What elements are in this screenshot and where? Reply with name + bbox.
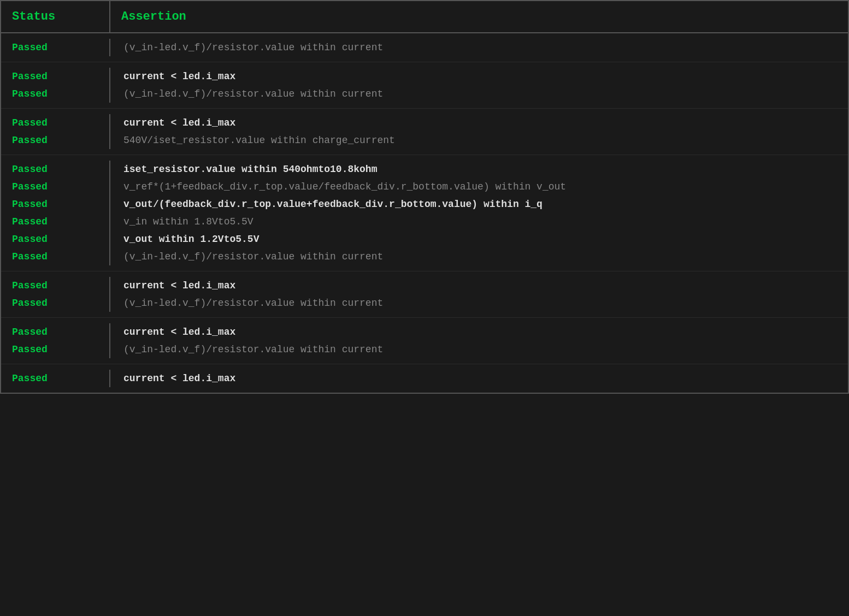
status-badge: Passed (12, 181, 48, 192)
assertion-text: v_ref*(1+feedback_div.r_top.value/feedba… (123, 181, 566, 192)
assertion-text: (v_in-led.v_f)/resistor.value within cur… (123, 298, 383, 309)
table-body: Passed(v_in-led.v_f)/resistor.value with… (1, 33, 848, 393)
status-badge: Passed (12, 117, 48, 128)
table-header: Status Assertion (1, 1, 848, 33)
status-cell: Passed (1, 132, 110, 149)
table-row: Passed(v_in-led.v_f)/resistor.value with… (1, 341, 848, 358)
table-row: Passedv_out/(feedback_div.r_top.value+fe… (1, 196, 848, 213)
assertion-text: current < led.i_max (123, 280, 235, 291)
status-cell: Passed (1, 341, 110, 358)
group-group7: Passedcurrent < led.i_max (1, 364, 848, 393)
group-group2: Passedcurrent < led.i_maxPassed(v_in-led… (1, 62, 848, 109)
assertion-header: Assertion (110, 1, 848, 32)
group-group6: Passedcurrent < led.i_maxPassed(v_in-led… (1, 318, 848, 364)
assertion-text: current < led.i_max (123, 327, 235, 337)
status-cell: Passed (1, 68, 110, 85)
table-row: Passedcurrent < led.i_max (1, 370, 848, 387)
assertion-cell: (v_in-led.v_f)/resistor.value within cur… (110, 39, 848, 56)
assertion-text: (v_in-led.v_f)/resistor.value within cur… (123, 88, 383, 99)
status-badge: Passed (12, 298, 48, 309)
status-cell: Passed (1, 323, 110, 341)
table-row: Passed(v_in-led.v_f)/resistor.value with… (1, 294, 848, 312)
status-cell: Passed (1, 196, 110, 213)
assertion-text: v_out within 1.2Vto5.5V (123, 234, 259, 245)
table-row: Passedv_out within 1.2Vto5.5V (1, 230, 848, 248)
status-cell: Passed (1, 85, 110, 103)
group-group1: Passed(v_in-led.v_f)/resistor.value with… (1, 33, 848, 62)
table-row: Passed540V/iset_resistor.value within ch… (1, 132, 848, 149)
assertion-cell: (v_in-led.v_f)/resistor.value within cur… (110, 248, 848, 265)
assertions-table: Status Assertion Passed(v_in-led.v_f)/re… (0, 0, 849, 394)
assertion-text: (v_in-led.v_f)/resistor.value within cur… (123, 344, 383, 355)
assertion-cell: iset_resistor.value within 540ohmto10.8k… (110, 161, 848, 178)
table-row: Passed(v_in-led.v_f)/resistor.value with… (1, 85, 848, 103)
assertion-cell: current < led.i_max (110, 68, 848, 85)
status-header: Status (1, 1, 110, 32)
assertion-cell: (v_in-led.v_f)/resistor.value within cur… (110, 294, 848, 312)
table-row: Passedcurrent < led.i_max (1, 323, 848, 341)
assertion-cell: v_out/(feedback_div.r_top.value+feedback… (110, 196, 848, 213)
table-row: Passedv_in within 1.8Vto5.5V (1, 213, 848, 230)
table-row: Passedcurrent < led.i_max (1, 68, 848, 85)
status-badge: Passed (12, 280, 48, 291)
assertion-text: (v_in-led.v_f)/resistor.value within cur… (123, 42, 383, 53)
assertion-text: current < led.i_max (123, 71, 235, 82)
status-badge: Passed (12, 135, 48, 146)
status-cell: Passed (1, 248, 110, 265)
assertion-cell: v_out within 1.2Vto5.5V (110, 230, 848, 248)
assertion-cell: (v_in-led.v_f)/resistor.value within cur… (110, 85, 848, 103)
group-group4: Passediset_resistor.value within 540ohmt… (1, 155, 848, 271)
status-cell: Passed (1, 39, 110, 56)
status-cell: Passed (1, 161, 110, 178)
status-badge: Passed (12, 164, 48, 175)
status-badge: Passed (12, 216, 48, 227)
assertion-text: v_in within 1.8Vto5.5V (123, 216, 253, 227)
group-group3: Passedcurrent < led.i_maxPassed540V/iset… (1, 109, 848, 155)
status-badge: Passed (12, 71, 48, 82)
assertion-text: iset_resistor.value within 540ohmto10.8k… (123, 164, 377, 175)
status-badge: Passed (12, 199, 48, 210)
status-cell: Passed (1, 178, 110, 196)
assertion-cell: current < led.i_max (110, 277, 848, 294)
table-row: Passediset_resistor.value within 540ohmt… (1, 161, 848, 178)
status-cell: Passed (1, 294, 110, 312)
status-badge: Passed (12, 373, 48, 384)
status-cell: Passed (1, 230, 110, 248)
status-badge: Passed (12, 251, 48, 262)
status-badge: Passed (12, 88, 48, 99)
status-badge: Passed (12, 327, 48, 337)
assertion-cell: current < led.i_max (110, 370, 848, 387)
table-row: Passed(v_in-led.v_f)/resistor.value with… (1, 39, 848, 56)
assertion-cell: current < led.i_max (110, 114, 848, 132)
assertion-cell: (v_in-led.v_f)/resistor.value within cur… (110, 341, 848, 358)
assertion-text: (v_in-led.v_f)/resistor.value within cur… (123, 251, 383, 262)
status-cell: Passed (1, 277, 110, 294)
status-badge: Passed (12, 344, 48, 355)
status-badge: Passed (12, 42, 48, 53)
status-badge: Passed (12, 234, 48, 245)
assertion-text: current < led.i_max (123, 373, 235, 384)
assertion-text: current < led.i_max (123, 117, 235, 128)
table-row: Passedcurrent < led.i_max (1, 277, 848, 294)
group-group5: Passedcurrent < led.i_maxPassed(v_in-led… (1, 271, 848, 318)
assertion-cell: current < led.i_max (110, 323, 848, 341)
status-cell: Passed (1, 370, 110, 387)
table-row: Passedv_ref*(1+feedback_div.r_top.value/… (1, 178, 848, 196)
assertion-text: v_out/(feedback_div.r_top.value+feedback… (123, 199, 543, 210)
table-row: Passed(v_in-led.v_f)/resistor.value with… (1, 248, 848, 265)
assertion-cell: 540V/iset_resistor.value within charge_c… (110, 132, 848, 149)
assertion-cell: v_in within 1.8Vto5.5V (110, 213, 848, 230)
status-cell: Passed (1, 213, 110, 230)
assertion-text: 540V/iset_resistor.value within charge_c… (123, 135, 395, 146)
assertion-cell: v_ref*(1+feedback_div.r_top.value/feedba… (110, 178, 848, 196)
status-cell: Passed (1, 114, 110, 132)
table-row: Passedcurrent < led.i_max (1, 114, 848, 132)
